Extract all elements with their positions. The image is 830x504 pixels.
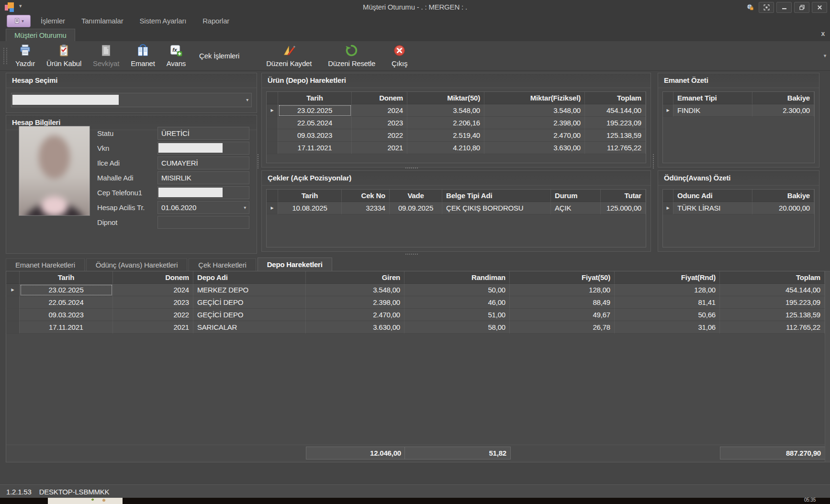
cell[interactable]: 10.08.2025 bbox=[278, 202, 342, 214]
application-menu-button[interactable]: ▾ bbox=[7, 15, 31, 27]
duzeni-resetle-button[interactable]: Düzeni Resetle bbox=[322, 41, 381, 70]
table-row[interactable]: ▶ TÜRK LİRASI 20.000,00 bbox=[663, 202, 814, 214]
cell[interactable]: 22.05.2024 bbox=[20, 296, 113, 309]
cell[interactable]: 17.11.2021 bbox=[278, 142, 352, 154]
duzeni-kaydet-button[interactable]: Düzeni Kaydet bbox=[260, 41, 317, 70]
column-header[interactable]: Cek No bbox=[342, 190, 390, 202]
cell[interactable]: 88,49 bbox=[510, 296, 615, 309]
cell[interactable]: 26,78 bbox=[510, 321, 615, 334]
table-row[interactable]: ▶ 10.08.2025 32334 09.09.2025 ÇEK ÇIKIŞ … bbox=[267, 202, 646, 214]
cell[interactable]: 125.138,59 bbox=[720, 309, 825, 321]
cell[interactable]: 2.206,16 bbox=[407, 117, 484, 129]
cell[interactable]: 23.02.2025 bbox=[278, 104, 352, 117]
tab-cek-hareketleri[interactable]: Çek Hareketleri bbox=[189, 258, 256, 271]
mahalle-adi-field[interactable]: MISIRLIK bbox=[157, 171, 249, 184]
cell[interactable]: 112.765,22 bbox=[585, 142, 646, 154]
cell[interactable]: 2024 bbox=[113, 284, 193, 296]
table-row[interactable]: 09.03.2023 2022 GEÇİCİ DEPO 2.470,00 51,… bbox=[6, 309, 825, 321]
tab-odunc-avans-hareketleri[interactable]: Ödünç (Avans) Hareketleri bbox=[86, 258, 187, 271]
column-header[interactable]: Vade bbox=[390, 190, 442, 202]
chevron-down-icon[interactable]: ▾ bbox=[246, 97, 248, 102]
column-header[interactable]: Bakiye bbox=[752, 190, 814, 202]
cell[interactable]: 3.548,00 bbox=[407, 104, 484, 117]
cell[interactable]: 2022 bbox=[113, 309, 193, 321]
column-header[interactable]: Randiman bbox=[404, 271, 510, 284]
table-row[interactable]: ▶ FINDIK 2.300,00 bbox=[663, 104, 814, 117]
column-header[interactable]: Donem bbox=[113, 271, 193, 284]
vertical-scrollbar[interactable] bbox=[825, 271, 830, 462]
column-header[interactable]: Bakiye bbox=[752, 92, 814, 104]
column-header[interactable]: Donem bbox=[352, 92, 407, 104]
cell[interactable]: 17.11.2021 bbox=[20, 321, 113, 334]
cell[interactable]: 2.470,00 bbox=[484, 129, 585, 142]
menu-item-islemler[interactable]: İşlemler bbox=[34, 14, 71, 27]
cell[interactable]: 81,41 bbox=[615, 296, 720, 309]
cell[interactable]: 51,00 bbox=[404, 309, 510, 321]
column-header[interactable]: Toplam bbox=[720, 271, 825, 284]
taskbar-window-preview[interactable] bbox=[48, 498, 123, 504]
column-header[interactable]: Belge Tipi Adi bbox=[442, 190, 551, 202]
cell[interactable]: 2021 bbox=[113, 321, 193, 334]
column-header[interactable]: Depo Adi bbox=[193, 271, 306, 284]
cell[interactable]: 50,00 bbox=[404, 284, 510, 296]
cell[interactable]: 195.223,09 bbox=[585, 117, 646, 129]
column-header[interactable]: Tarih bbox=[20, 271, 113, 284]
cell[interactable]: 58,00 bbox=[404, 321, 510, 334]
cell[interactable]: 125.000,00 bbox=[601, 202, 646, 214]
cell[interactable]: 09.03.2023 bbox=[20, 309, 113, 321]
urun-kabul-button[interactable]: Ürün Kabul bbox=[41, 41, 87, 70]
cell[interactable]: SARICALAR bbox=[193, 321, 306, 334]
cell[interactable]: 112.765,22 bbox=[720, 321, 825, 334]
chevron-down-icon[interactable]: ▾ bbox=[244, 205, 246, 210]
menu-item-raporlar[interactable]: Raporlar bbox=[196, 14, 236, 27]
cell[interactable]: MERKEZ DEPO bbox=[193, 284, 306, 296]
cell[interactable]: 2024 bbox=[352, 104, 407, 117]
cell[interactable]: 195.223,09 bbox=[720, 296, 825, 309]
cell[interactable]: 3.548,00 bbox=[484, 104, 585, 117]
cell[interactable]: 125.138,59 bbox=[585, 129, 646, 142]
cell[interactable]: TÜRK LİRASI bbox=[673, 202, 752, 214]
dipnot-field[interactable] bbox=[157, 216, 249, 229]
column-header[interactable]: Tarih bbox=[278, 92, 352, 104]
table-row[interactable]: ▶ 23.02.2025 2024 3.548,00 3.548,00 454.… bbox=[267, 104, 646, 117]
cell[interactable]: 128,00 bbox=[615, 284, 720, 296]
cell[interactable]: 2023 bbox=[113, 296, 193, 309]
cell[interactable]: 2.398,00 bbox=[306, 296, 404, 309]
cell[interactable]: 22.05.2024 bbox=[278, 117, 352, 129]
vertical-splitter[interactable] bbox=[258, 154, 260, 168]
cell[interactable]: 49,67 bbox=[510, 309, 615, 321]
cell[interactable]: GEÇİCİ DEPO bbox=[193, 309, 306, 321]
statu-field[interactable]: ÜRETİCİ bbox=[157, 127, 249, 140]
table-row[interactable]: ▶ 23.02.2025 2024 MERKEZ DEPO 3.548,00 5… bbox=[6, 284, 825, 296]
toolbar-overflow-caret-icon[interactable]: ▾ bbox=[824, 53, 826, 59]
tab-close-icon[interactable]: x bbox=[821, 30, 825, 37]
tab-depo-hareketleri[interactable]: Depo Hareketleri bbox=[258, 258, 332, 271]
column-header[interactable]: Miktar(Fiziksel) bbox=[484, 92, 585, 104]
toolbar-grip[interactable] bbox=[3, 48, 7, 64]
cell[interactable]: FINDIK bbox=[673, 104, 752, 117]
fullscreen-button[interactable] bbox=[759, 2, 774, 13]
table-row[interactable]: 22.05.2024 2023 GEÇİCİ DEPO 2.398,00 46,… bbox=[6, 296, 825, 309]
print-button[interactable]: Yazdır bbox=[10, 41, 41, 70]
cell[interactable]: 32334 bbox=[342, 202, 390, 214]
emanet-button[interactable]: Emanet bbox=[125, 41, 161, 70]
cell[interactable]: 128,00 bbox=[510, 284, 615, 296]
avans-button[interactable]: fx Avans bbox=[161, 41, 191, 70]
cell[interactable]: 46,00 bbox=[404, 296, 510, 309]
cell[interactable]: 09.03.2023 bbox=[278, 129, 352, 142]
table-row[interactable]: 09.03.2023 2022 2.519,40 2.470,00 125.13… bbox=[267, 129, 646, 142]
column-header[interactable]: Fiyat(Rnd) bbox=[615, 271, 720, 284]
menu-item-sistem-ayarlari[interactable]: Sistem Ayarları bbox=[134, 14, 193, 27]
cell[interactable]: 4.210,80 bbox=[407, 142, 484, 154]
column-header[interactable]: Miktar(50) bbox=[407, 92, 484, 104]
menu-item-tanimlamalar[interactable]: Tanımlamalar bbox=[75, 14, 130, 27]
tab-emanet-hareketleri[interactable]: Emanet Hareketleri bbox=[6, 258, 85, 271]
cell[interactable]: 454.144,00 bbox=[720, 284, 825, 296]
column-header[interactable]: Giren bbox=[306, 271, 404, 284]
cell[interactable]: 3.630,00 bbox=[484, 142, 585, 154]
cell[interactable]: 3.630,00 bbox=[306, 321, 404, 334]
exit-button[interactable]: Çıkış bbox=[386, 41, 413, 70]
cell[interactable]: 2.470,00 bbox=[306, 309, 404, 321]
horizontal-splitter[interactable] bbox=[405, 168, 418, 170]
table-row[interactable]: 17.11.2021 2021 SARICALAR 3.630,00 58,00… bbox=[6, 321, 825, 334]
